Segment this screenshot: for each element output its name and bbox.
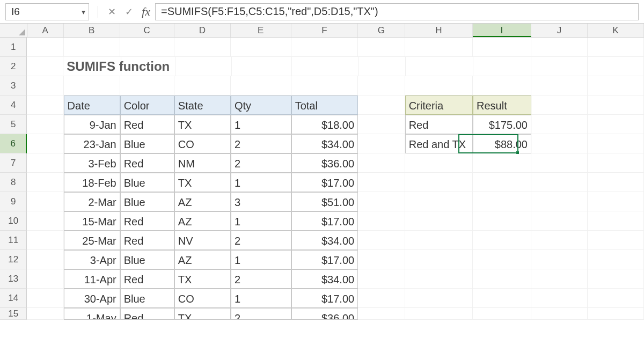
table-cell[interactable]: Blue xyxy=(120,250,174,269)
row-header-3[interactable]: 3 xyxy=(0,76,27,95)
row-header-14[interactable]: 14 xyxy=(0,289,27,308)
table-cell[interactable]: $18.00 xyxy=(291,115,358,134)
cell[interactable] xyxy=(405,211,473,231)
row-header-1[interactable]: 1 xyxy=(0,38,27,57)
table-cell[interactable]: Blue xyxy=(120,134,174,153)
cell[interactable] xyxy=(531,134,588,153)
cell[interactable] xyxy=(588,269,644,289)
cell[interactable] xyxy=(531,269,588,289)
table-cell[interactable]: 15-Mar xyxy=(64,211,120,231)
cell[interactable] xyxy=(358,269,405,289)
table-header-color[interactable]: Color xyxy=(120,95,174,115)
table-cell[interactable]: TX xyxy=(174,269,231,289)
table-cell[interactable]: Blue xyxy=(120,173,174,192)
table-cell[interactable]: AZ xyxy=(174,211,231,231)
table-cell[interactable]: $17.00 xyxy=(291,211,358,231)
cell[interactable] xyxy=(588,153,644,173)
cell[interactable] xyxy=(27,231,63,250)
cell[interactable] xyxy=(588,231,644,250)
row-header-10[interactable]: 10 xyxy=(0,211,27,231)
cell[interactable] xyxy=(531,115,588,134)
cell[interactable] xyxy=(531,153,588,173)
cell[interactable] xyxy=(405,153,473,173)
table-cell[interactable]: Red xyxy=(120,231,174,250)
table-cell[interactable]: Red xyxy=(120,269,174,289)
cell[interactable] xyxy=(27,38,63,57)
cell[interactable] xyxy=(231,76,291,95)
cell[interactable] xyxy=(231,38,291,57)
criteria-cell-active[interactable]: $88.00 xyxy=(473,134,531,153)
table-cell[interactable]: AZ xyxy=(174,192,231,211)
criteria-cell[interactable]: Red xyxy=(405,115,473,134)
cell[interactable] xyxy=(588,76,644,95)
cell[interactable] xyxy=(588,57,644,76)
cell[interactable] xyxy=(473,308,531,320)
cell[interactable] xyxy=(120,76,174,95)
cell[interactable] xyxy=(174,38,231,57)
row-header-12[interactable]: 12 xyxy=(0,250,27,269)
chevron-down-icon[interactable]: ▾ xyxy=(82,8,85,16)
table-cell[interactable]: 23-Jan xyxy=(64,134,120,153)
table-cell[interactable]: $34.00 xyxy=(291,269,358,289)
cell[interactable] xyxy=(358,173,405,192)
cell[interactable] xyxy=(588,289,644,308)
cell[interactable] xyxy=(27,153,63,173)
cell[interactable] xyxy=(291,38,358,57)
table-cell[interactable]: 11-Apr xyxy=(64,269,120,289)
table-cell[interactable]: AZ xyxy=(174,250,231,269)
cell[interactable] xyxy=(27,57,63,76)
table-cell[interactable]: Red xyxy=(120,153,174,173)
table-cell[interactable]: 25-Mar xyxy=(64,231,120,250)
cell[interactable] xyxy=(473,38,531,57)
table-cell[interactable]: 30-Apr xyxy=(64,289,120,308)
cell[interactable] xyxy=(405,308,473,320)
cell[interactable] xyxy=(405,289,473,308)
cell[interactable] xyxy=(64,38,120,57)
cell[interactable] xyxy=(358,192,405,211)
table-cell[interactable]: 2 xyxy=(231,269,291,289)
row-header-4[interactable]: 4 xyxy=(0,95,27,115)
cell[interactable] xyxy=(405,231,473,250)
cell[interactable] xyxy=(358,76,405,95)
cell[interactable] xyxy=(174,76,231,95)
table-cell[interactable]: Red xyxy=(120,308,174,320)
cell[interactable] xyxy=(292,57,358,76)
table-cell[interactable]: 3 xyxy=(231,192,291,211)
col-header-I[interactable]: I xyxy=(473,24,531,37)
cell[interactable] xyxy=(405,269,473,289)
table-cell[interactable]: $17.00 xyxy=(291,289,358,308)
table-cell[interactable]: $17.00 xyxy=(291,173,358,192)
table-cell[interactable]: 9-Jan xyxy=(64,115,120,134)
cell[interactable] xyxy=(64,76,120,95)
table-cell[interactable]: NM xyxy=(174,153,231,173)
table-header-state[interactable]: State xyxy=(174,95,231,115)
cell[interactable] xyxy=(531,57,588,76)
confirm-icon[interactable]: ✓ xyxy=(123,6,135,18)
table-cell[interactable]: 2 xyxy=(231,134,291,153)
cell[interactable] xyxy=(588,308,644,320)
cell[interactable] xyxy=(473,289,531,308)
table-cell[interactable]: 2 xyxy=(231,308,291,320)
cell[interactable] xyxy=(531,308,588,320)
row-header-2[interactable]: 2 xyxy=(0,57,27,76)
cell[interactable] xyxy=(27,289,63,308)
cell[interactable] xyxy=(358,95,405,115)
cell[interactable] xyxy=(358,250,405,269)
cell[interactable] xyxy=(27,192,63,211)
table-cell[interactable]: 2 xyxy=(231,153,291,173)
cell[interactable] xyxy=(588,250,644,269)
cell[interactable] xyxy=(405,76,473,95)
cell[interactable] xyxy=(473,173,531,192)
formula-input[interactable]: =SUMIFS(F5:F15,C5:C15,"red",D5:D15,"TX") xyxy=(155,3,639,20)
criteria-cell[interactable]: $175.00 xyxy=(473,115,531,134)
col-header-D[interactable]: D xyxy=(174,24,231,37)
cell[interactable] xyxy=(531,289,588,308)
col-header-H[interactable]: H xyxy=(405,24,473,37)
cell[interactable] xyxy=(473,250,531,269)
row-header-6[interactable]: 6 xyxy=(0,134,27,153)
cell[interactable] xyxy=(531,173,588,192)
cell[interactable] xyxy=(473,76,531,95)
cell[interactable] xyxy=(120,38,174,57)
row-header-9[interactable]: 9 xyxy=(0,192,27,211)
table-cell[interactable]: TX xyxy=(174,308,231,320)
